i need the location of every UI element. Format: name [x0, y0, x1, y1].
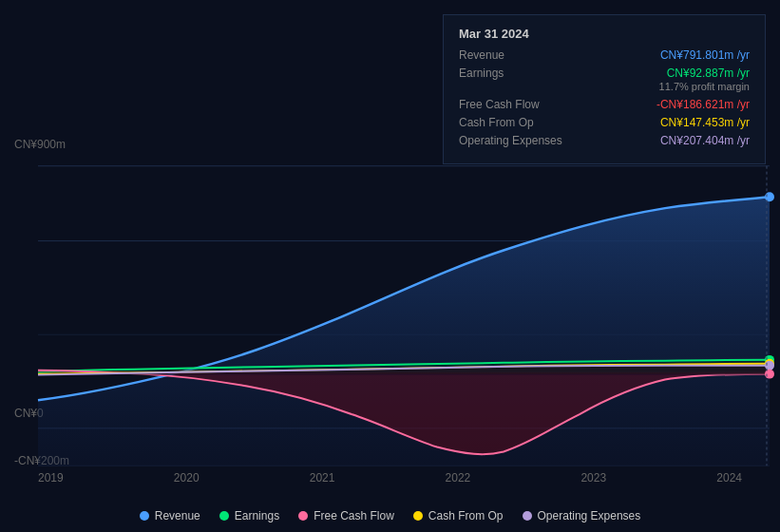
legend-revenue-dot [140, 511, 149, 521]
tooltip-panel: Mar 31 2024 Revenue CN¥791.801m /yr Earn… [443, 14, 766, 164]
chart-svg [0, 147, 780, 484]
tooltip-fcf-label: Free Cash Flow [459, 98, 573, 111]
x-axis: 2019 2020 2021 2022 2023 2024 [0, 466, 780, 484]
legend-earnings-label: Earnings [235, 509, 279, 522]
tooltip-title: Mar 31 2024 [459, 27, 750, 41]
tooltip-earnings-group: CN¥92.887m /yr 11.7% profit margin [659, 66, 750, 93]
tooltip-cashop-value: CN¥147.453m /yr [660, 116, 750, 129]
legend-fcf-label: Free Cash Flow [314, 509, 394, 522]
legend-earnings[interactable]: Earnings [219, 509, 279, 522]
x-label-2024: 2024 [716, 471, 742, 484]
tooltip-opex-row: Operating Expenses CN¥207.404m /yr [459, 134, 750, 147]
tooltip-revenue-row: Revenue CN¥791.801m /yr [459, 48, 750, 62]
tooltip-earnings-row: Earnings CN¥92.887m /yr 11.7% profit mar… [459, 66, 750, 93]
tooltip-earnings-label: Earnings [459, 66, 573, 80]
legend-opex-label: Operating Expenses [538, 509, 641, 522]
legend-opex[interactable]: Operating Expenses [523, 509, 641, 522]
chart-legend: Revenue Earnings Free Cash Flow Cash Fro… [0, 509, 780, 522]
legend-cashop-dot [413, 511, 423, 521]
tooltip-fcf-value: -CN¥186.621m /yr [656, 98, 750, 111]
tooltip-opex-value: CN¥207.404m /yr [660, 134, 750, 147]
tooltip-opex-label: Operating Expenses [459, 134, 573, 147]
x-label-2022: 2022 [446, 471, 471, 484]
legend-cashop[interactable]: Cash From Op [413, 509, 504, 522]
legend-fcf[interactable]: Free Cash Flow [298, 509, 394, 522]
x-label-2021: 2021 [310, 471, 335, 484]
tooltip-fcf-row: Free Cash Flow -CN¥186.621m /yr [459, 98, 750, 111]
legend-revenue[interactable]: Revenue [140, 509, 200, 522]
legend-cashop-label: Cash From Op [428, 509, 504, 522]
legend-fcf-dot [298, 511, 308, 521]
tooltip-revenue-label: Revenue [459, 48, 573, 62]
x-label-2019: 2019 [38, 471, 64, 484]
tooltip-earnings-value: CN¥92.887m /yr [667, 66, 750, 80]
tooltip-profit-margin: 11.7% profit margin [659, 81, 750, 92]
chart-area [0, 147, 780, 484]
legend-revenue-label: Revenue [155, 509, 200, 522]
tooltip-cashop-label: Cash From Op [459, 116, 573, 129]
x-label-2023: 2023 [580, 471, 606, 484]
legend-opex-dot [523, 511, 532, 521]
x-label-2020: 2020 [174, 471, 200, 484]
tooltip-revenue-value: CN¥791.801m /yr [660, 48, 750, 62]
tooltip-cashop-row: Cash From Op CN¥147.453m /yr [459, 116, 750, 129]
legend-earnings-dot [219, 511, 229, 521]
